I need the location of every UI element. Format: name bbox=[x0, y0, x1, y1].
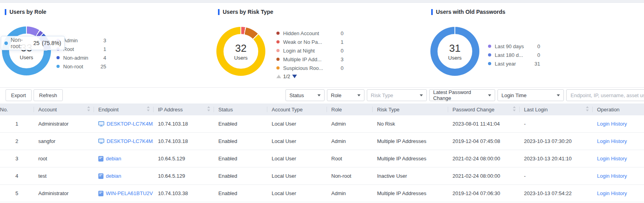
legend-item[interactable]: Suspicious Roo...0 bbox=[276, 64, 344, 72]
cell-account: test bbox=[34, 167, 94, 184]
cell-text: Local User bbox=[272, 156, 296, 162]
chart-title-users-old-passwords: Users with Old Passwords bbox=[431, 9, 505, 15]
sort-icon[interactable] bbox=[87, 106, 90, 113]
login-history-link[interactable]: Login History bbox=[597, 156, 627, 162]
legend-dot-icon bbox=[276, 49, 280, 52]
login-history-link[interactable]: Login History bbox=[597, 190, 627, 196]
title-accent-bar bbox=[218, 9, 220, 15]
legend-value: 3 bbox=[333, 56, 344, 62]
column-header-account_type: Account Type bbox=[267, 103, 327, 115]
column-header-account[interactable]: Account bbox=[34, 103, 94, 115]
legend-item[interactable]: Non-root25 bbox=[56, 62, 106, 71]
donut-total-label: Users bbox=[448, 55, 462, 61]
cell-text: Admin bbox=[331, 121, 346, 127]
cell-ip: 10.74.103.18 bbox=[153, 115, 214, 132]
donut-total-value: 32 bbox=[235, 42, 247, 55]
column-header-label: Operation bbox=[597, 107, 641, 113]
endpoint-link[interactable]: debian bbox=[106, 156, 121, 162]
column-header-label: Password Change bbox=[452, 107, 511, 113]
legend-item[interactable]: Hidden Account0 bbox=[276, 29, 344, 38]
endpoint-link[interactable]: debian bbox=[106, 173, 121, 179]
table-header-row: No.AccountEndpointIP AddressStatusAccoun… bbox=[0, 103, 644, 115]
column-header-label: Status bbox=[218, 107, 264, 113]
cell-last_login: - bbox=[519, 167, 592, 184]
filter-role[interactable]: Role bbox=[327, 89, 364, 101]
column-header-ip[interactable]: IP Address bbox=[153, 103, 214, 115]
cell-text: 10.74.103.18 bbox=[158, 121, 188, 127]
column-header-last_login[interactable]: Last Login bbox=[519, 103, 592, 115]
chart-title-users-by-risk-type: Users by Risk Type bbox=[218, 9, 273, 15]
legend-value: 3 bbox=[96, 38, 106, 43]
donut-center: 32 Users bbox=[216, 27, 265, 76]
filter-latest-password-change[interactable]: Latest Password Change bbox=[429, 89, 495, 101]
cell-no: 5 bbox=[0, 185, 34, 202]
filter-label: Login Time bbox=[501, 92, 527, 98]
cell-text: No Risk bbox=[377, 121, 395, 127]
cell-text: Root bbox=[331, 156, 342, 162]
login-history-link[interactable]: Login History bbox=[597, 173, 627, 179]
cell-text: test bbox=[38, 173, 47, 179]
sort-icon[interactable] bbox=[207, 106, 210, 113]
legend-label: Last year bbox=[495, 61, 530, 67]
server-icon bbox=[98, 173, 103, 179]
legend-value: 0 bbox=[333, 65, 344, 71]
legend-item[interactable]: Last year31 bbox=[488, 59, 540, 68]
cell-password_change: 2023-08-01 11:41:04 bbox=[448, 115, 519, 132]
table-row: 3rootdebian10.64.5.129EnabledLocal UserR… bbox=[0, 150, 644, 167]
cell-endpoint: DESKTOP-LC7K4M2 bbox=[94, 133, 153, 150]
sort-icon[interactable] bbox=[586, 106, 589, 113]
cell-text: Local User bbox=[272, 138, 296, 144]
login-history-link[interactable]: Login History bbox=[597, 138, 627, 144]
sort-icon[interactable] bbox=[513, 106, 516, 113]
legend-label: Multiple IP Add... bbox=[283, 56, 333, 62]
cell-last_login: 2023-10-13 07:54:22 bbox=[519, 185, 592, 202]
endpoint-link[interactable]: DESKTOP-LC7K4M2 bbox=[107, 138, 153, 144]
legend-item[interactable]: Last 180 d...0 bbox=[488, 51, 540, 59]
chevron-down-icon bbox=[557, 94, 560, 96]
donut-users-by-risk-type[interactable]: 32 Users bbox=[216, 27, 265, 76]
cell-account_type: Local User bbox=[267, 133, 327, 150]
login-history-link[interactable]: Login History bbox=[597, 121, 627, 127]
filter-label: Latest Password Change bbox=[433, 89, 486, 101]
pager-down-icon[interactable] bbox=[292, 75, 297, 78]
refresh-button[interactable]: Refresh bbox=[34, 89, 63, 101]
legend-dot-icon bbox=[488, 53, 491, 56]
cell-text: Non-root bbox=[331, 173, 351, 179]
endpoint-link[interactable]: WIN-PELA61BTU2V bbox=[106, 190, 153, 196]
legend-item[interactable]: Weak or No Pa...1 bbox=[276, 38, 344, 46]
cell-text: 2021-02-24 08:00:00 bbox=[452, 173, 500, 179]
donut-users-by-role[interactable]: 33 Users bbox=[2, 26, 51, 75]
search-input[interactable] bbox=[566, 89, 644, 101]
cell-operation: Login History bbox=[592, 167, 644, 184]
legend-label: Root bbox=[63, 46, 96, 52]
cell-text: 3 bbox=[15, 156, 18, 162]
legend-item[interactable]: Login at Night0 bbox=[276, 46, 344, 55]
sort-icon[interactable] bbox=[146, 106, 150, 113]
column-header-endpoint[interactable]: Endpoint bbox=[94, 103, 153, 115]
legend-item[interactable]: Multiple IP Add...3 bbox=[276, 55, 344, 64]
cell-risk_type: Multiple IP Addresses bbox=[372, 133, 448, 150]
table-row: 5AdministratorWIN-PELA61BTU2V10.74.103.3… bbox=[0, 185, 644, 202]
cell-text: 2023-10-13 20:41:10 bbox=[524, 156, 572, 162]
cell-text: Administrator bbox=[38, 121, 69, 127]
cell-account_type: Local User bbox=[267, 150, 327, 167]
column-header-operation: Operation bbox=[592, 103, 644, 115]
cell-endpoint: debian bbox=[94, 167, 153, 184]
donut-users-old-passwords[interactable]: 31 Users bbox=[430, 27, 479, 76]
legend-item[interactable]: Last 90 days0 bbox=[488, 42, 540, 51]
column-header-label: No. bbox=[0, 107, 34, 113]
legend-pager: 1/2 bbox=[276, 73, 297, 79]
legend-item[interactable]: Non-admin4 bbox=[56, 53, 106, 62]
donut-center: 31 Users bbox=[430, 27, 479, 76]
cell-text: Admin bbox=[331, 138, 346, 144]
cell-text: Multiple IP Addresses bbox=[377, 190, 426, 196]
monitor-icon bbox=[98, 139, 104, 144]
column-header-password_change[interactable]: Password Change bbox=[448, 103, 519, 115]
donut-total-label: Users bbox=[234, 55, 248, 61]
filter-risk-type[interactable]: Risk Type bbox=[367, 89, 427, 101]
filter-login-time[interactable]: Login Time bbox=[498, 89, 564, 101]
filter-status[interactable]: Status bbox=[285, 89, 325, 101]
pager-up-icon[interactable] bbox=[276, 75, 281, 78]
export-button[interactable]: Export bbox=[6, 89, 32, 101]
endpoint-link[interactable]: DESKTOP-LC7K4M2 bbox=[107, 121, 153, 127]
